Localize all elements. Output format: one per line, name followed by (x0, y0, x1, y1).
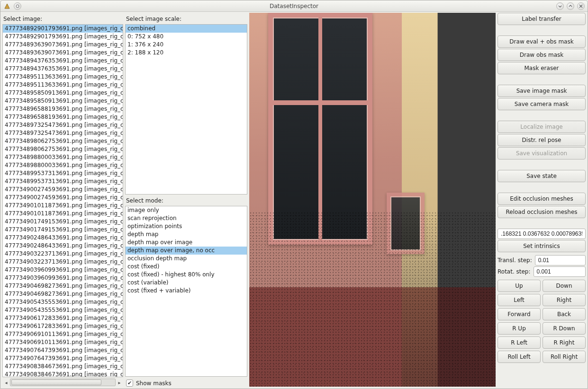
nav-r-right-button[interactable]: R Right (543, 336, 586, 349)
image-list-item[interactable]: 477734905435553691.png [images_rig_cam5] (3, 306, 123, 314)
image-list-item[interactable]: 477734902486433691.png [images_rig_cam5] (3, 242, 123, 250)
image-list-item[interactable]: 477734894376353691.png [images_rig_cam4] (3, 57, 123, 65)
nav-back-button[interactable]: Back (543, 308, 586, 320)
image-list-item[interactable]: 477734906910113691.png [images_rig_cam4] (3, 330, 123, 338)
image-list-item[interactable]: 477734898800033691.png [images_rig_cam4] (3, 153, 123, 161)
intrinsics-input[interactable] (498, 229, 586, 239)
scale-list-item[interactable]: 2: 188 x 120 (126, 49, 247, 57)
image-list-item[interactable]: 477734902486433691.png [images_rig_cam4] (3, 234, 123, 242)
image-list-item[interactable]: 477734906172833691.png [images_rig_cam4] (3, 314, 123, 322)
image-list-item[interactable]: 477734895113633691.png [images_rig_cam5] (3, 81, 123, 89)
image-list-item[interactable]: 477734908384673691.png [images_rig_cam5] (3, 371, 123, 377)
image-viewport[interactable] (249, 13, 496, 387)
image-list-item[interactable]: 477734897325473691.png [images_rig_cam4] (3, 121, 123, 129)
image-list-item[interactable]: 477734899537313691.png [images_rig_cam5] (3, 177, 123, 186)
scroll-left-icon[interactable]: ◂ (2, 379, 10, 386)
rotat-step-input[interactable] (534, 266, 586, 277)
image-list-item[interactable]: 477734906172833691.png [images_rig_cam5] (3, 322, 123, 330)
nav-roll-right-button[interactable]: Roll Right (543, 351, 586, 363)
draw-obs-mask-button[interactable]: Draw obs mask (498, 49, 586, 61)
image-list-item[interactable]: 477734907647393691.png [images_rig_cam5] (3, 354, 123, 362)
nav-r-down-button[interactable]: R Down (543, 322, 586, 335)
show-masks-checkbox[interactable]: ✔ (126, 380, 133, 387)
image-list-item[interactable]: 477734907647393691.png [images_rig_cam4] (3, 346, 123, 354)
image-list-item[interactable]: 477734898062753691.png [images_rig_cam5] (3, 145, 123, 153)
window-menu-button[interactable] (14, 2, 21, 10)
draw-eval-obs-mask-button[interactable]: Draw eval + obs mask (498, 35, 586, 48)
nav-roll-left-button[interactable]: Roll Left (498, 351, 541, 363)
mask-eraser-button[interactable]: Mask eraser (498, 62, 586, 74)
mode-list-item[interactable]: cost (fixed) (126, 263, 247, 271)
mode-list-item[interactable]: image only (126, 206, 247, 214)
transl-step-input[interactable] (535, 255, 586, 265)
image-list-item[interactable]: 477734896588193691.png [images_rig_cam5] (3, 113, 123, 121)
image-list-item[interactable]: 477734901011873691.png [images_rig_cam4] (3, 202, 123, 210)
mode-list-item[interactable]: depth map over image, no occ (126, 247, 247, 255)
image-list-item[interactable]: 477734892901793691.png [images_rig_cam5] (3, 33, 123, 41)
image-list-item[interactable]: 477734897325473691.png [images_rig_cam5] (3, 129, 123, 137)
image-list-item[interactable]: 477734904698273691.png [images_rig_cam5] (3, 290, 123, 298)
image-list-item[interactable]: 477734900274593691.png [images_rig_cam5] (3, 194, 123, 202)
nav-up-button[interactable]: Up (498, 280, 541, 292)
localize-image-button: Localize image (498, 121, 586, 133)
image-list-item[interactable]: 477734892901793691.png [images_rig_cam4] (3, 25, 123, 33)
app-icon (3, 2, 11, 10)
save-image-mask-button[interactable]: Save image mask (498, 85, 586, 97)
mode-list-item[interactable]: occlusion depth map (126, 255, 247, 263)
image-list-item[interactable]: 477734900274593691.png [images_rig_cam4] (3, 186, 123, 194)
image-list-item[interactable]: 477734898062753691.png [images_rig_cam4] (3, 137, 123, 145)
image-list-item[interactable]: 477734895113633691.png [images_rig_cam4] (3, 73, 123, 81)
nav-r-up-button[interactable]: R Up (498, 322, 541, 335)
scroll-right-icon[interactable]: ▸ (116, 379, 123, 386)
scale-list[interactable]: combined0: 752 x 4801: 376 x 2402: 188 x… (125, 24, 247, 194)
image-list-item[interactable]: 477734906910113691.png [images_rig_cam5] (3, 338, 123, 346)
scale-list-item[interactable]: 0: 752 x 480 (126, 33, 247, 41)
image-list-item[interactable]: 477734895850913691.png [images_rig_cam5] (3, 97, 123, 105)
maximize-button[interactable] (567, 2, 574, 10)
mode-list-item[interactable]: cost (fixed + variable) (126, 287, 247, 295)
image-list-item[interactable]: 477734903960993691.png [images_rig_cam4] (3, 266, 123, 274)
distr-rel-pose-button[interactable]: Distr. rel pose (498, 134, 586, 146)
image-list-item[interactable]: 477734903223713691.png [images_rig_cam5] (3, 258, 123, 266)
mode-list-item[interactable]: cost (variable) (126, 279, 247, 287)
window-title: DatasetInspector (0, 3, 588, 9)
nav-r-left-button[interactable]: R Left (498, 336, 541, 349)
mode-list-item[interactable]: scan reprojection (126, 214, 247, 222)
nav-right-button[interactable]: Right (543, 294, 586, 306)
edit-occlusion-meshes-button[interactable]: Edit occlusion meshes (498, 193, 586, 205)
reload-occlusion-meshes-button[interactable]: Reload occlusion meshes (498, 206, 586, 218)
minimize-button[interactable] (556, 2, 564, 10)
close-button[interactable] (577, 2, 585, 10)
image-list-item[interactable]: 477734903960993691.png [images_rig_cam5] (3, 274, 123, 282)
nav-forward-button[interactable]: Forward (498, 308, 541, 320)
image-list-item[interactable]: 477734896588193691.png [images_rig_cam4] (3, 105, 123, 113)
mode-list-item[interactable]: cost (fixed) - highest 80% only (126, 271, 247, 279)
image-list-hscroll[interactable]: ◂ ▸ (2, 378, 123, 387)
scale-list-item[interactable]: 1: 376 x 240 (126, 41, 247, 49)
image-list-item[interactable]: 477734904698273691.png [images_rig_cam4] (3, 282, 123, 290)
mode-list-item[interactable]: depth map (126, 230, 247, 239)
image-list-item[interactable]: 477734893639073691.png [images_rig_cam5] (3, 49, 123, 57)
image-list-item[interactable]: 477734903223713691.png [images_rig_cam4] (3, 250, 123, 258)
image-list-item[interactable]: 477734894376353691.png [images_rig_cam5] (3, 65, 123, 73)
image-list-item[interactable]: 477734901749153691.png [images_rig_cam4] (3, 218, 123, 226)
image-list-item[interactable]: 477734895850913691.png [images_rig_cam4] (3, 89, 123, 97)
save-camera-mask-button[interactable]: Save camera mask (498, 98, 586, 110)
scale-list-item[interactable]: combined (126, 25, 247, 33)
image-list-item[interactable]: 477734901011873691.png [images_rig_cam5] (3, 210, 123, 218)
image-list-item[interactable]: 477734908384673691.png [images_rig_cam4] (3, 362, 123, 371)
set-intrinsics-button[interactable]: Set intrinsics (498, 240, 586, 252)
image-list[interactable]: 477734892901793691.png [images_rig_cam4]… (2, 24, 123, 377)
label-transfer-button[interactable]: Label transfer (498, 13, 586, 25)
image-list-item[interactable]: 477734899537313691.png [images_rig_cam4] (3, 169, 123, 177)
image-list-item[interactable]: 477734893639073691.png [images_rig_cam4] (3, 41, 123, 49)
mode-list-item[interactable]: optimization points (126, 222, 247, 230)
nav-down-button[interactable]: Down (543, 280, 586, 292)
mode-list-item[interactable]: depth map over image (126, 239, 247, 247)
nav-left-button[interactable]: Left (498, 294, 541, 306)
image-list-item[interactable]: 477734901749153691.png [images_rig_cam5] (3, 226, 123, 234)
image-list-item[interactable]: 477734898800033691.png [images_rig_cam5] (3, 161, 123, 169)
image-list-item[interactable]: 477734905435553691.png [images_rig_cam4] (3, 298, 123, 306)
mode-list[interactable]: image onlyscan reprojectionoptimization … (125, 206, 247, 377)
save-state-button[interactable]: Save state (498, 170, 586, 182)
